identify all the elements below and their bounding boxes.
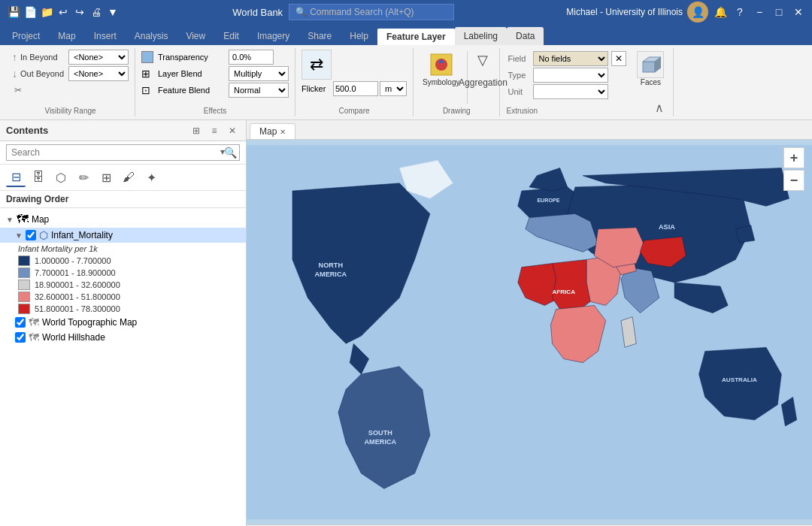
legend-color-1 bbox=[18, 255, 30, 266]
user-area: Michael - University of Illinois 👤 🔔 ? −… bbox=[566, 2, 806, 23]
compare-group: ⇄ Flicker ms Compare bbox=[295, 48, 414, 116]
help-button[interactable]: ? bbox=[732, 5, 747, 20]
maximize-button[interactable]: □ bbox=[771, 5, 786, 20]
customize-button[interactable]: ▼ bbox=[105, 5, 120, 20]
tab-labeling[interactable]: Labeling bbox=[455, 27, 507, 45]
search-dropdown-icon[interactable]: ▾ bbox=[220, 147, 225, 157]
tab-help[interactable]: Help bbox=[341, 27, 377, 45]
contents-pin-button[interactable]: ⊞ bbox=[189, 123, 204, 138]
print-button[interactable]: 🖨 bbox=[89, 5, 104, 20]
flicker-input[interactable] bbox=[333, 81, 378, 96]
user-avatar[interactable]: 👤 bbox=[687, 2, 708, 23]
layer-icons-bar: ⊟ 🗄 ⬡ ✏ ⊞ 🖌 ✦ bbox=[0, 165, 246, 191]
hillshade-icon: 🗺 bbox=[29, 331, 39, 343]
legend-color-5 bbox=[18, 304, 30, 314]
layer-list-button[interactable]: ⊟ bbox=[6, 168, 26, 187]
layer-edit-button[interactable]: ✏ bbox=[74, 168, 93, 187]
tab-view[interactable]: View bbox=[177, 27, 214, 45]
svg-text:SOUTH: SOUTH bbox=[368, 429, 392, 437]
unit-label: Unit bbox=[508, 87, 530, 96]
feature-blend-select[interactable]: Normal bbox=[229, 83, 289, 98]
unit-select[interactable] bbox=[533, 84, 608, 99]
flicker-unit-select[interactable]: ms bbox=[380, 81, 407, 96]
title-bar: 💾 📄 📁 ↩ ↪ 🖨 ▼ World Bank 🔍 Command Searc… bbox=[0, 0, 812, 24]
legend-color-3 bbox=[18, 280, 30, 290]
list-item-map[interactable]: ▼ 🗺 Map bbox=[0, 211, 246, 228]
close-button[interactable]: ✕ bbox=[791, 5, 806, 20]
layer-grid-button[interactable]: ⊞ bbox=[96, 168, 116, 187]
tab-map[interactable]: Map bbox=[49, 27, 84, 45]
svg-text:AFRICA: AFRICA bbox=[552, 289, 575, 295]
svg-text:AUSTRALIA: AUSTRALIA bbox=[722, 376, 757, 383]
list-item-hillshade[interactable]: 🗺 World Hillshade bbox=[0, 330, 246, 345]
compare-icon[interactable]: ⇄ bbox=[301, 50, 332, 80]
title-area: World Bank 🔍 Command Search (Alt+Q) bbox=[232, 4, 454, 20]
contents-menu-button[interactable]: ≡ bbox=[207, 123, 222, 138]
ribbon: Project Map Insert Analysis View Edit Im… bbox=[0, 24, 812, 120]
symbology-button[interactable]: Symbology bbox=[420, 50, 462, 88]
search-input[interactable] bbox=[6, 144, 240, 161]
out-beyond-select[interactable]: <None> bbox=[68, 66, 129, 81]
new-button[interactable]: 📄 bbox=[23, 5, 38, 20]
map-tab-close[interactable]: ✕ bbox=[280, 128, 286, 136]
faces-button[interactable]: Faces bbox=[634, 50, 667, 88]
symbology-label: Symbology bbox=[423, 78, 459, 86]
layer-barrel-button[interactable]: 🗄 bbox=[29, 168, 48, 187]
layer-blend-icon: ⊞ bbox=[141, 68, 153, 80]
field-select[interactable]: No fields bbox=[533, 51, 608, 66]
tab-edit[interactable]: Edit bbox=[214, 27, 248, 45]
command-search[interactable]: 🔍 Command Search (Alt+Q) bbox=[289, 4, 454, 20]
layer-star-button[interactable]: ✦ bbox=[141, 168, 161, 187]
map-tab[interactable]: Map ✕ bbox=[250, 123, 295, 139]
tab-project[interactable]: Project bbox=[3, 27, 49, 45]
transparency-input[interactable] bbox=[229, 50, 274, 65]
type-select[interactable] bbox=[533, 68, 608, 83]
field-clear-button[interactable]: ✕ bbox=[611, 51, 626, 66]
visibility-range-label: Visibility Range bbox=[12, 105, 129, 115]
map-expand-icon[interactable]: ▼ bbox=[6, 216, 14, 224]
undo-button[interactable]: ↩ bbox=[56, 5, 71, 20]
tab-share[interactable]: Share bbox=[298, 27, 341, 45]
list-item-infant-mortality[interactable]: ▼ ⬡ Infant_Mortality bbox=[0, 228, 246, 243]
notifications-button[interactable]: 🔔 bbox=[713, 5, 728, 20]
tab-analysis[interactable]: Analysis bbox=[126, 27, 177, 45]
tab-insert[interactable]: Insert bbox=[85, 27, 126, 45]
visibility-controls: ↑ In Beyond <None> ↓ Out Beyond <None> ✂ bbox=[12, 50, 129, 105]
open-button[interactable]: 📁 bbox=[39, 5, 54, 20]
map-layer-name: Map bbox=[32, 214, 49, 225]
flicker-section: ⇄ Flicker ms bbox=[301, 50, 407, 96]
contents-close-button[interactable]: ✕ bbox=[225, 123, 240, 138]
save-button[interactable]: 💾 bbox=[6, 5, 21, 20]
map-canvas[interactable]: NORTH AMERICA SOUTH AMERICA ASIA AFRICA … bbox=[247, 140, 812, 524]
zoom-controls: + − bbox=[783, 147, 804, 191]
drawing-group-label: Drawing bbox=[420, 105, 493, 115]
minimize-button[interactable]: − bbox=[752, 5, 767, 20]
svg-text:ASIA: ASIA bbox=[659, 223, 675, 231]
map-tabs: Map ✕ bbox=[247, 120, 812, 140]
layers-list: ▼ 🗺 Map ▼ ⬡ Infant_Mortality Infant Mort… bbox=[0, 208, 246, 526]
topo-check[interactable] bbox=[15, 317, 26, 328]
ribbon-collapse-button[interactable]: ∧ bbox=[655, 101, 667, 115]
in-beyond-select[interactable]: <None> bbox=[68, 50, 129, 65]
aggregation-button[interactable]: Aggregation bbox=[472, 72, 493, 93]
topo-layer-name: World Topographic Map bbox=[42, 317, 137, 328]
zoom-out-button[interactable]: − bbox=[783, 170, 804, 191]
infant-expand-icon[interactable]: ▼ bbox=[15, 231, 23, 240]
zoom-in-button[interactable]: + bbox=[783, 147, 804, 168]
tab-data[interactable]: Data bbox=[507, 27, 544, 45]
tab-imagery[interactable]: Imagery bbox=[248, 27, 298, 45]
layer-blend-select[interactable]: Multiply bbox=[229, 66, 289, 81]
list-item-topo[interactable]: 🗺 World Topographic Map bbox=[0, 315, 246, 330]
filter-button[interactable]: ▽ bbox=[472, 50, 493, 71]
layer-paint-button[interactable]: 🖌 bbox=[119, 168, 138, 187]
hillshade-check[interactable] bbox=[15, 332, 26, 343]
layer-filter-button[interactable]: ⬡ bbox=[51, 168, 71, 187]
type-row: Type bbox=[508, 68, 626, 83]
user-name: Michael - University of Illinois bbox=[566, 7, 683, 17]
visibility-range-group: ↑ In Beyond <None> ↓ Out Beyond <None> ✂ bbox=[6, 48, 135, 116]
infant-check[interactable] bbox=[26, 230, 36, 240]
extrusion-group: Field No fields ✕ Type Unit bbox=[500, 48, 674, 116]
tab-feature-layer[interactable]: Feature Layer bbox=[377, 27, 455, 45]
redo-button[interactable]: ↪ bbox=[72, 5, 87, 20]
layer-blend-row: ⊞ Layer Blend Multiply bbox=[141, 66, 289, 81]
